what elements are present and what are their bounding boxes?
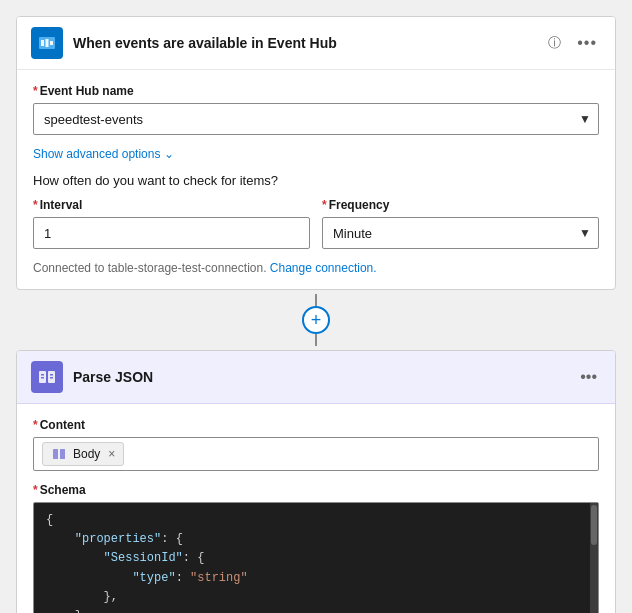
schema-line-3: "SessionId": { <box>46 549 586 568</box>
line-top <box>315 294 317 306</box>
schema-scrollbar-thumb <box>591 505 597 545</box>
eventhub-card: When events are available in Event Hub ⓘ… <box>16 16 616 290</box>
content-label: *Content <box>33 418 599 432</box>
change-connection-link[interactable]: Change connection. <box>270 261 377 275</box>
plus-icon: + <box>311 311 322 329</box>
svg-rect-8 <box>50 374 53 376</box>
parse-json-icon <box>31 361 63 393</box>
show-advanced-label: Show advanced options <box>33 147 160 161</box>
svg-rect-11 <box>60 449 65 459</box>
connection-info: Connected to table-storage-test-connecti… <box>33 261 599 275</box>
schema-line-1: { <box>46 511 586 530</box>
frequency-select-wrapper: Minute Second Hour Day Week Month ▼ <box>322 217 599 249</box>
event-hub-name-label: *Event Hub name <box>33 84 599 98</box>
required-star: * <box>33 84 38 98</box>
frequency-select[interactable]: Minute Second Hour Day Week Month <box>322 217 599 249</box>
info-button[interactable]: ⓘ <box>544 30 565 56</box>
parse-json-title: Parse JSON <box>73 369 566 385</box>
more-options-button[interactable]: ••• <box>573 30 601 56</box>
parse-json-actions: ••• <box>576 364 601 390</box>
schema-label: *Schema <box>33 483 599 497</box>
body-token-icon <box>51 446 67 462</box>
ellipsis-icon: ••• <box>577 34 597 52</box>
parse-json-body: *Content Body × *Schema <box>17 404 615 613</box>
required-star-freq: * <box>322 198 327 212</box>
event-hub-name-select-wrapper: speedtest-events ▼ <box>33 103 599 135</box>
eventhub-card-body: *Event Hub name speedtest-events ▼ Show … <box>17 70 615 289</box>
event-hub-name-field: *Event Hub name speedtest-events ▼ <box>33 84 599 135</box>
eventhub-card-actions: ⓘ ••• <box>544 30 601 56</box>
schema-field: *Schema { "properties": { "SessionId": {… <box>33 483 599 613</box>
eventhub-card-header: When events are available in Event Hub ⓘ… <box>17 17 615 70</box>
required-star-content: * <box>33 418 38 432</box>
interval-label: *Interval <box>33 198 310 212</box>
required-star-schema: * <box>33 483 38 497</box>
parse-ellipsis-icon: ••• <box>580 368 597 386</box>
eventhub-icon <box>31 27 63 59</box>
svg-rect-6 <box>41 374 44 376</box>
schema-line-5: }, <box>46 588 586 607</box>
schema-scrollbar[interactable] <box>590 503 598 613</box>
frequency-field: *Frequency Minute Second Hour Day Week M… <box>322 198 599 249</box>
show-advanced-button[interactable]: Show advanced options ⌄ <box>33 147 174 161</box>
parse-json-card: Parse JSON ••• *Content Body <box>16 350 616 613</box>
interval-input[interactable] <box>33 217 310 249</box>
eventhub-card-title: When events are available in Event Hub <box>73 35 534 51</box>
body-token: Body × <box>42 442 124 466</box>
schema-line-2: "properties": { <box>46 530 586 549</box>
chevron-down-icon: ⌄ <box>164 147 174 161</box>
svg-rect-2 <box>46 39 49 47</box>
body-token-label: Body <box>73 447 100 461</box>
svg-rect-1 <box>41 40 44 46</box>
schema-line-6: }, <box>46 607 586 613</box>
connection-text: Connected to table-storage-test-connecti… <box>33 261 266 275</box>
svg-rect-7 <box>41 377 44 379</box>
frequency-label: *Frequency <box>322 198 599 212</box>
interval-field: *Interval <box>33 198 310 249</box>
how-often-text: How often do you want to check for items… <box>33 173 599 188</box>
required-star-interval: * <box>33 198 38 212</box>
event-hub-name-select[interactable]: speedtest-events <box>33 103 599 135</box>
interval-frequency-row: *Interval *Frequency Minute Second Hour … <box>33 198 599 249</box>
parse-more-options-button[interactable]: ••• <box>576 364 601 390</box>
body-token-close[interactable]: × <box>108 447 115 461</box>
add-step-button[interactable]: + <box>302 306 330 334</box>
schema-line-4: "type": "string" <box>46 569 586 588</box>
parse-json-header: Parse JSON ••• <box>17 351 615 404</box>
svg-rect-10 <box>53 449 58 459</box>
schema-editor[interactable]: { "properties": { "SessionId": { "type":… <box>33 502 599 613</box>
svg-rect-3 <box>50 41 53 45</box>
line-bottom <box>315 334 317 346</box>
svg-rect-9 <box>50 377 53 379</box>
info-icon: ⓘ <box>548 34 561 52</box>
connector-top: + <box>302 290 330 350</box>
content-field: *Content Body × <box>33 418 599 471</box>
content-input-wrapper[interactable]: Body × <box>33 437 599 471</box>
